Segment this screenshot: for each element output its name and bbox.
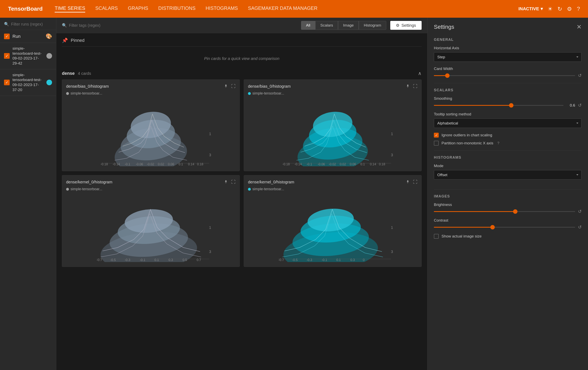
svg-text:-0.7: -0.7 bbox=[97, 258, 102, 261]
svg-text:0.3: 0.3 bbox=[168, 258, 173, 261]
tooltip-sorting-select[interactable]: Alphabetical bbox=[434, 119, 582, 128]
svg-text:-0.14: -0.14 bbox=[113, 163, 120, 166]
brightness-fill bbox=[434, 211, 516, 212]
chart-card-2: dense/bias_0/histogram 🖈 ⛶ simple-tensor… bbox=[244, 79, 422, 171]
content-header: 🔍 All Scalars Image Histogram ⚙ Settings bbox=[56, 18, 427, 33]
dense-count: 4 cards bbox=[78, 71, 91, 76]
svg-text:0.1: 0.1 bbox=[179, 163, 183, 166]
palette-icon[interactable]: 🎨 bbox=[46, 33, 52, 39]
svg-text:0: 0 bbox=[363, 258, 365, 261]
partition-checkbox[interactable] bbox=[434, 141, 439, 146]
help-icon[interactable]: ? bbox=[577, 6, 580, 12]
chart-1-title: dense/bias_0/histogram bbox=[66, 84, 224, 89]
partition-info-icon[interactable]: ? bbox=[497, 141, 499, 145]
ignore-outliers-checkbox[interactable]: ✓ bbox=[434, 133, 439, 138]
filter-btn-histogram[interactable]: Histogram bbox=[359, 21, 386, 30]
svg-text:-0.3: -0.3 bbox=[125, 258, 130, 261]
dense-header: dense 4 cards ∧ bbox=[62, 68, 422, 79]
sidebar: 🔍 ✓ Run 🎨 ✓ simple-tensorboard-test-09-0… bbox=[0, 18, 56, 370]
mode-label: Mode bbox=[434, 164, 582, 168]
svg-text:-0.18: -0.18 bbox=[283, 163, 290, 166]
horizontal-axis-select[interactable]: Step bbox=[434, 52, 582, 62]
settings-icon[interactable]: ⚙ bbox=[567, 6, 572, 12]
search-runs-input[interactable] bbox=[11, 22, 52, 27]
settings-histograms-section: HISTOGRAMS Mode Offset bbox=[434, 155, 582, 185]
run-1-checkbox[interactable]: ✓ bbox=[4, 53, 10, 59]
expand-chart-1-icon[interactable]: ⛶ bbox=[231, 84, 236, 89]
settings-general-section: GENERAL Horizontal Axis Step Card Width … bbox=[434, 38, 582, 78]
filter-btn-image[interactable]: Image bbox=[338, 21, 359, 30]
expand-chart-4-icon[interactable]: ⛶ bbox=[413, 179, 417, 185]
contrast-thumb[interactable] bbox=[490, 225, 495, 229]
nav-item-scalars[interactable]: SCALARS bbox=[95, 5, 118, 12]
card-width-slider-row: ↺ bbox=[434, 73, 582, 78]
settings-images-label: IMAGES bbox=[434, 194, 582, 198]
pin-chart-2-icon[interactable]: 🖈 bbox=[406, 84, 410, 89]
run-item-2[interactable]: ✓ simple-tensorboard-test-09-02-2023-17-… bbox=[0, 69, 56, 96]
settings-btn-icon: ⚙ bbox=[396, 23, 399, 28]
svg-text:-0.06: -0.06 bbox=[318, 163, 325, 166]
smoothing-value: 0.6 bbox=[566, 103, 575, 108]
chart-2-legend-dot bbox=[248, 92, 251, 95]
svg-text:0.1: 0.1 bbox=[155, 258, 159, 261]
chart-1-legend: simple-tensorboar... bbox=[66, 91, 236, 96]
contrast-reset-icon[interactable]: ↺ bbox=[578, 225, 582, 230]
expand-chart-2-icon[interactable]: ⛶ bbox=[413, 84, 417, 89]
settings-button[interactable]: ⚙ Settings bbox=[390, 21, 422, 30]
status-dropdown[interactable]: INACTIVE ▾ bbox=[518, 6, 543, 11]
run-item-1[interactable]: ✓ simple-tensorboard-test-09-02-2023-17-… bbox=[0, 43, 56, 69]
tooltip-sorting-label: Tooltip sorting method bbox=[434, 112, 582, 116]
svg-text:-0.5: -0.5 bbox=[292, 258, 298, 261]
smoothing-slider-row: 0.6 ↺ bbox=[434, 103, 582, 108]
svg-text:-0.3: -0.3 bbox=[307, 258, 312, 261]
chart-2-actions: 🖈 ⛶ bbox=[406, 84, 417, 89]
pin-chart-3-icon[interactable]: 🖈 bbox=[224, 179, 228, 185]
pin-chart-4-icon[interactable]: 🖈 bbox=[406, 179, 410, 185]
svg-text:0.18: 0.18 bbox=[197, 163, 203, 166]
pin-chart-1-icon[interactable]: 🖈 bbox=[224, 84, 228, 89]
settings-title: Settings bbox=[434, 24, 577, 30]
card-width-thumb[interactable] bbox=[445, 73, 450, 78]
smoothing-thumb[interactable] bbox=[509, 103, 514, 108]
run-checkbox-all[interactable]: ✓ bbox=[4, 33, 10, 39]
brightness-reset-icon[interactable]: ↺ bbox=[578, 209, 582, 214]
nav-item-time-series[interactable]: TIME SERIES bbox=[55, 5, 85, 12]
svg-text:0.1: 0.1 bbox=[336, 258, 341, 261]
smoothing-reset-icon[interactable]: ↺ bbox=[578, 103, 582, 108]
chart-4-title: dense/kernel_0/histogram bbox=[248, 180, 406, 185]
mode-select[interactable]: Offset bbox=[434, 170, 582, 180]
nav-item-distributions[interactable]: DISTRIBUTIONS bbox=[158, 5, 196, 12]
sidebar-run-header: ✓ Run 🎨 bbox=[0, 30, 56, 43]
card-width-reset-icon[interactable]: ↺ bbox=[578, 73, 582, 78]
svg-text:0.06: 0.06 bbox=[168, 163, 174, 166]
content-search-icon: 🔍 bbox=[62, 23, 67, 28]
svg-text:1: 1 bbox=[209, 132, 211, 136]
chart-card-4: dense/kernel_0/histogram 🖈 ⛶ simple-tens… bbox=[244, 175, 422, 267]
filter-tags-input[interactable] bbox=[69, 23, 297, 28]
show-actual-checkbox[interactable] bbox=[434, 234, 439, 239]
chart-2-svg: 1 3 -0.18 -0.14 -0.1 -0.06 -0.02 0.02 0.… bbox=[248, 98, 417, 166]
brightness-thumb[interactable] bbox=[513, 209, 517, 214]
chart-3-svg: 1 3 -0.7 -0.5 -0.3 -0.1 0.1 0.3 0.5 0.7 bbox=[66, 194, 236, 262]
expand-chart-3-icon[interactable]: ⛶ bbox=[231, 179, 236, 185]
refresh-icon[interactable]: ↻ bbox=[557, 6, 562, 12]
main-layout: 🔍 ✓ Run 🎨 ✓ simple-tensorboard-test-09-0… bbox=[0, 18, 588, 370]
contrast-label: Contrast bbox=[434, 218, 582, 223]
settings-histograms-label: HISTOGRAMS bbox=[434, 155, 582, 160]
nav-item-histograms[interactable]: HISTOGRAMS bbox=[206, 5, 238, 12]
charts-grid: dense/bias_0/histogram 🖈 ⛶ simple-tensor… bbox=[62, 79, 422, 267]
nav-item-sagemaker[interactable]: SAGEMAKER DATA MANAGER bbox=[248, 5, 317, 12]
settings-close-button[interactable]: ✕ bbox=[577, 23, 582, 30]
nav-item-graphs[interactable]: GRAPHS bbox=[128, 5, 148, 12]
filter-btn-all[interactable]: All bbox=[301, 21, 315, 30]
theme-icon[interactable]: ☀ bbox=[548, 6, 553, 12]
dense-section: dense 4 cards ∧ dense/bias_0/histogram 🖈… bbox=[62, 68, 422, 267]
horizontal-axis-label: Horizontal Axis bbox=[434, 46, 582, 50]
run-2-checkbox[interactable]: ✓ bbox=[4, 80, 10, 85]
filter-btn-scalars[interactable]: Scalars bbox=[315, 21, 338, 30]
smoothing-label: Smoothing bbox=[434, 96, 582, 101]
collapse-button[interactable]: ∧ bbox=[418, 71, 422, 76]
chevron-down-icon: ▾ bbox=[541, 6, 543, 11]
svg-text:-0.02: -0.02 bbox=[329, 163, 336, 166]
chart-card-3: dense/kernel_0/histogram 🖈 ⛶ simple-tens… bbox=[62, 175, 240, 267]
